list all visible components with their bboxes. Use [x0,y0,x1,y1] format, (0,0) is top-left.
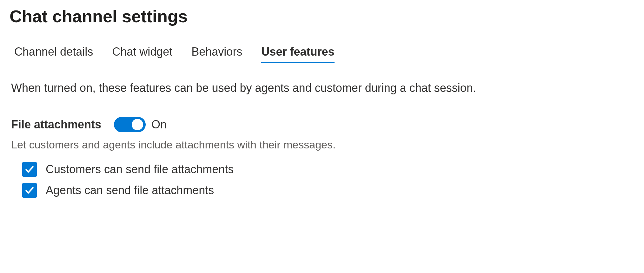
checkbox-customers-send[interactable] [22,162,37,177]
tab-bar: Channel details Chat widget Behaviors Us… [10,45,634,62]
tab-description: When turned on, these features can be us… [10,81,634,95]
file-attachments-toggle-wrapper: On [114,117,167,132]
tab-user-features[interactable]: User features [261,45,334,62]
checkbox-row-customers: Customers can send file attachments [22,162,634,177]
tab-chat-widget[interactable]: Chat widget [112,45,172,62]
checkbox-customers-label: Customers can send file attachments [46,163,234,176]
file-attachments-options: Customers can send file attachments Agen… [10,162,634,198]
page-title: Chat channel settings [10,6,634,26]
check-icon [24,185,35,195]
file-attachments-helper: Let customers and agents include attachm… [10,139,634,151]
checkbox-row-agents: Agents can send file attachments [22,183,634,198]
file-attachments-toggle-state: On [151,118,167,131]
tab-behaviors[interactable]: Behaviors [191,45,242,62]
checkbox-agents-label: Agents can send file attachments [46,184,214,197]
file-attachments-label: File attachments [11,118,101,131]
checkbox-agents-send[interactable] [22,183,37,198]
check-icon [24,164,35,174]
file-attachments-setting: File attachments On [10,117,634,132]
file-attachments-toggle[interactable] [114,117,146,132]
tab-channel-details[interactable]: Channel details [14,45,93,62]
toggle-knob-icon [132,119,143,130]
